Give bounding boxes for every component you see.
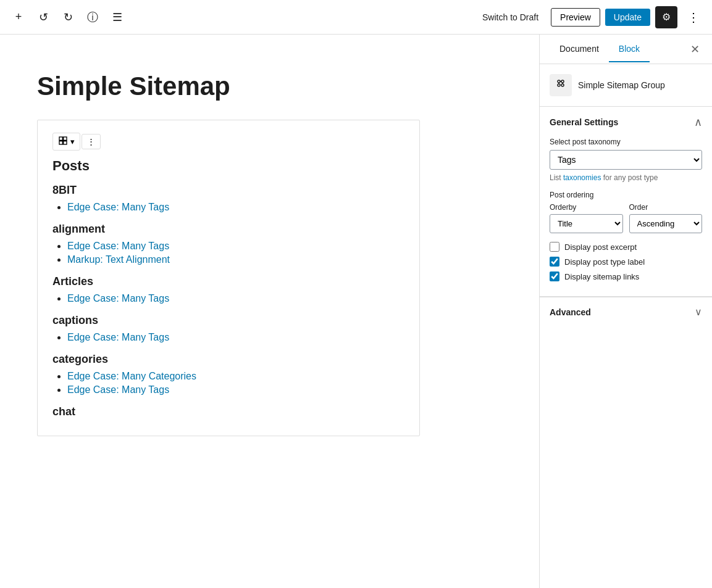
sitemap-captions-heading: captions bbox=[52, 314, 404, 327]
advanced-title: Advanced bbox=[550, 307, 591, 317]
editor-area: Simple Sitemap ▾ ⋮ Posts 8BIT bbox=[0, 35, 539, 588]
checkbox-sitemap-links-row: Display sitemap links bbox=[550, 271, 702, 281]
taxonomy-select[interactable]: Tags Categories bbox=[550, 150, 702, 170]
tab-block[interactable]: Block bbox=[609, 36, 650, 62]
main-toolbar: + ↺ ↻ ⓘ ☰ Switch to Draft Preview Update… bbox=[0, 0, 712, 35]
svg-point-5 bbox=[561, 80, 564, 83]
display-sitemap-links-checkbox[interactable] bbox=[550, 271, 559, 281]
block-title: Simple Sitemap Group bbox=[578, 80, 665, 90]
block-info: Simple Sitemap Group bbox=[540, 64, 712, 107]
sitemap-link[interactable]: Edge Case: Many Tags bbox=[67, 202, 169, 212]
tools-button[interactable]: ☰ bbox=[106, 6, 128, 28]
order-label: Order bbox=[629, 203, 703, 212]
preview-button[interactable]: Preview bbox=[551, 8, 600, 27]
taxonomy-note-pre: List bbox=[550, 173, 563, 182]
sitemap-link[interactable]: Edge Case: Many Tags bbox=[67, 332, 169, 342]
sitemap-categories-list: Edge Case: Many Categories Edge Case: Ma… bbox=[52, 371, 404, 395]
tab-document[interactable]: Document bbox=[550, 36, 609, 62]
ordering-title: Post ordering bbox=[550, 191, 702, 199]
svg-rect-1 bbox=[64, 137, 67, 140]
sitemap-link[interactable]: Edge Case: Many Tags bbox=[67, 384, 169, 395]
more-options-button[interactable]: ⋮ bbox=[682, 6, 705, 28]
orderby-select[interactable]: Title Date Author bbox=[550, 214, 623, 233]
block-type-button[interactable]: ▾ bbox=[52, 133, 80, 151]
settings-gear-button[interactable]: ⚙ bbox=[655, 6, 677, 28]
block-toolbar: ▾ ⋮ bbox=[52, 133, 404, 151]
sitemap-captions-list: Edge Case: Many Tags bbox=[52, 332, 404, 343]
redo-button[interactable]: ↻ bbox=[57, 6, 79, 28]
toolbar-right: Switch to Draft Preview Update ⚙ ⋮ bbox=[475, 6, 705, 28]
sitemap-8bit-heading: 8BIT bbox=[52, 184, 404, 197]
general-settings-title: General Settings bbox=[550, 117, 618, 127]
advanced-section: Advanced ∨ bbox=[540, 297, 712, 326]
general-settings-toggle[interactable]: General Settings ∧ bbox=[540, 107, 712, 138]
checkboxes-group: Display post excerpt Display post type l… bbox=[550, 242, 702, 281]
list-item: Edge Case: Many Tags bbox=[67, 384, 404, 395]
sidebar-header: Document Block ✕ bbox=[540, 35, 712, 64]
block-type-icon bbox=[58, 136, 68, 147]
sidebar-close-button[interactable]: ✕ bbox=[688, 40, 702, 59]
sitemap-link[interactable]: Edge Case: Many Tags bbox=[67, 241, 169, 251]
page-title: Simple Sitemap bbox=[25, 72, 514, 101]
svg-point-7 bbox=[561, 84, 564, 86]
display-post-type-label-label: Display post type label bbox=[564, 257, 645, 267]
general-settings-body: Select post taxonomy Tags Categories Lis… bbox=[540, 138, 712, 296]
list-item: Edge Case: Many Tags bbox=[67, 293, 404, 304]
general-settings-section: General Settings ∧ Select post taxonomy … bbox=[540, 107, 712, 297]
sidebar: Document Block ✕ Simple Sitemap Group Ge… bbox=[539, 35, 712, 588]
post-ordering: Post ordering Orderby Title Date Author … bbox=[550, 191, 702, 233]
sitemap-content: Posts 8BIT Edge Case: Many Tags alignmen… bbox=[52, 158, 404, 418]
taxonomies-link[interactable]: taxonomies bbox=[563, 173, 601, 182]
list-item: Edge Case: Many Tags bbox=[67, 202, 404, 213]
sitemap-alignment-list: Edge Case: Many Tags Markup: Text Alignm… bbox=[52, 241, 404, 265]
main-layout: Simple Sitemap ▾ ⋮ Posts 8BIT bbox=[0, 35, 712, 588]
checkbox-type-label-row: Display post type label bbox=[550, 257, 702, 267]
display-post-type-label-checkbox[interactable] bbox=[550, 257, 559, 267]
update-button[interactable]: Update bbox=[605, 9, 650, 26]
advanced-toggle[interactable]: Advanced ∨ bbox=[540, 297, 712, 326]
sitemap-link[interactable]: Markup: Text Alignment bbox=[67, 254, 170, 265]
sitemap-categories-heading: categories bbox=[52, 353, 404, 366]
taxonomy-label: Select post taxonomy bbox=[550, 138, 702, 146]
svg-rect-0 bbox=[59, 137, 62, 140]
switch-draft-button[interactable]: Switch to Draft bbox=[475, 9, 546, 26]
ordering-row: Orderby Title Date Author Order Ascendin… bbox=[550, 203, 702, 233]
sitemap-link[interactable]: Edge Case: Many Tags bbox=[67, 293, 169, 304]
collapse-icon: ∧ bbox=[694, 115, 702, 129]
info-button[interactable]: ⓘ bbox=[82, 6, 104, 28]
checkbox-excerpt-row: Display post excerpt bbox=[550, 242, 702, 252]
sitemap-posts-heading: Posts bbox=[52, 158, 404, 174]
toolbar-left: + ↺ ↻ ⓘ ☰ bbox=[7, 6, 475, 28]
block-type-chevron: ▾ bbox=[70, 137, 75, 146]
display-excerpt-label: Display post excerpt bbox=[564, 242, 637, 252]
list-item: Edge Case: Many Categories bbox=[67, 371, 404, 382]
chevron-down-icon: ∨ bbox=[695, 306, 702, 318]
svg-rect-2 bbox=[59, 141, 62, 144]
block-type-icon bbox=[550, 74, 572, 96]
list-item: Markup: Text Alignment bbox=[67, 254, 404, 265]
orderby-label: Orderby bbox=[550, 203, 623, 212]
display-excerpt-checkbox[interactable] bbox=[550, 242, 559, 252]
sitemap-articles-heading: Articles bbox=[52, 275, 404, 288]
sitemap-articles-list: Edge Case: Many Tags bbox=[52, 293, 404, 304]
order-select[interactable]: Ascending Descending bbox=[629, 214, 703, 233]
list-item: Edge Case: Many Tags bbox=[67, 332, 404, 343]
sitemap-link[interactable]: Edge Case: Many Categories bbox=[67, 371, 196, 381]
sitemap-alignment-heading: alignment bbox=[52, 223, 404, 236]
display-sitemap-links-label: Display sitemap links bbox=[564, 272, 639, 281]
sitemap-chat-heading: chat bbox=[52, 405, 404, 418]
undo-button[interactable]: ↺ bbox=[32, 6, 54, 28]
taxonomy-note-post: for any post type bbox=[601, 173, 658, 182]
svg-point-6 bbox=[558, 84, 560, 86]
list-item: Edge Case: Many Tags bbox=[67, 241, 404, 252]
block-more-button[interactable]: ⋮ bbox=[82, 134, 101, 149]
order-col: Order Ascending Descending bbox=[629, 203, 703, 233]
add-block-button[interactable]: + bbox=[7, 6, 30, 28]
orderby-col: Orderby Title Date Author bbox=[550, 203, 623, 233]
svg-rect-3 bbox=[64, 141, 67, 144]
sitemap-block: ▾ ⋮ Posts 8BIT Edge Case: Many Tags alig… bbox=[37, 120, 420, 436]
sitemap-8bit-list: Edge Case: Many Tags bbox=[52, 202, 404, 213]
taxonomy-note: List taxonomies for any post type bbox=[550, 173, 702, 182]
svg-point-4 bbox=[558, 80, 560, 83]
